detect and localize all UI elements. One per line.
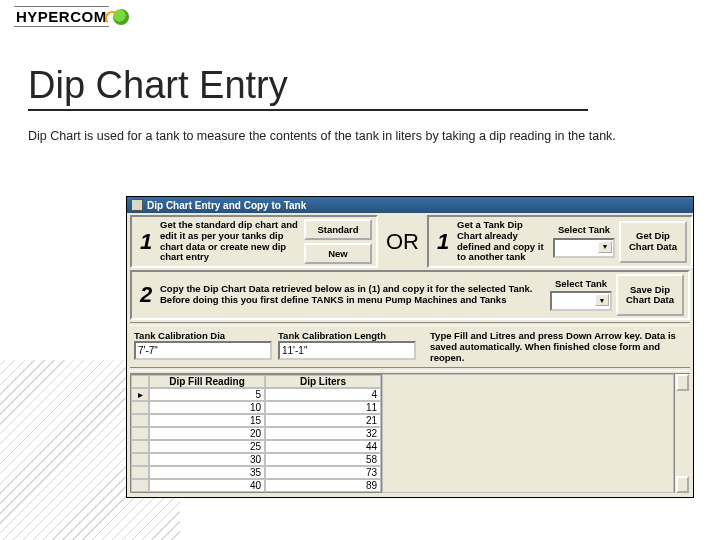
grid-cell[interactable]: 32: [265, 427, 381, 440]
save-dip-chart-button[interactable]: Save Dip Chart Data: [616, 274, 684, 316]
calib-dia-label: Tank Calibration Dia: [134, 330, 272, 341]
row-selector[interactable]: [131, 479, 149, 492]
get-dip-chart-button[interactable]: Get Dip Chart Data: [619, 221, 687, 263]
step-1a-panel: 1 Get the standard dip chart and edit it…: [130, 215, 378, 268]
step-1b-tank-select[interactable]: [553, 238, 615, 258]
grid-empty-area: [382, 374, 674, 493]
grid-cell[interactable]: 5: [149, 388, 265, 401]
or-label: OR: [382, 229, 423, 255]
new-button[interactable]: New: [304, 243, 372, 264]
grid-cell[interactable]: 11: [265, 401, 381, 414]
calib-dia-input[interactable]: 7'-7": [134, 341, 272, 360]
step-2-tank-select[interactable]: [550, 291, 612, 311]
step-1b-panel: 1 Get a Tank Dip Chart already defined a…: [427, 215, 693, 268]
window-icon: [131, 199, 143, 211]
row-selector[interactable]: ▸: [131, 388, 149, 401]
grid-cell[interactable]: 73: [265, 466, 381, 479]
grid-col-liters: Dip Liters: [265, 375, 381, 388]
grid-cell[interactable]: 35: [149, 466, 265, 479]
grid-cell[interactable]: 20: [149, 427, 265, 440]
grid-cell[interactable]: 58: [265, 453, 381, 466]
step-2-select-label: Select Tank: [555, 279, 607, 290]
grid-col-fill: Dip Fill Reading: [149, 375, 265, 388]
grid-cell[interactable]: 30: [149, 453, 265, 466]
dip-chart-window: Dip Chart Entry and Copy to Tank 1 Get t…: [126, 196, 694, 498]
step-1a-text: Get the standard dip chart and edit it a…: [160, 220, 300, 264]
grid-cell[interactable]: 44: [265, 440, 381, 453]
logo-icon: [113, 9, 129, 25]
step-2-panel: 2 Copy the Dip Chart Data retrieved belo…: [130, 270, 690, 320]
step-2-text: Copy the Dip Chart Data retrieved below …: [160, 284, 546, 306]
calib-note: Type Fill and Litres and press Down Arro…: [422, 330, 686, 363]
logo-text: HYPERCOM: [14, 6, 109, 27]
step-1a-number: 1: [136, 229, 156, 255]
logo: HYPERCOM: [14, 6, 129, 27]
step-1b-number: 1: [433, 229, 453, 255]
separator: [130, 367, 690, 371]
grid-scrollbar[interactable]: [674, 374, 690, 493]
page-subtitle: Dip Chart is used for a tank to measure …: [28, 129, 692, 143]
calib-len-label: Tank Calibration Length: [278, 330, 416, 341]
row-selector[interactable]: [131, 401, 149, 414]
grid-cell[interactable]: 21: [265, 414, 381, 427]
calib-len-input[interactable]: 11'-1": [278, 341, 416, 360]
grid-cell[interactable]: 25: [149, 440, 265, 453]
standard-button[interactable]: Standard: [304, 219, 372, 240]
grid-corner: [131, 375, 149, 388]
grid-cell[interactable]: 4: [265, 388, 381, 401]
grid-cell[interactable]: 15: [149, 414, 265, 427]
grid-cell[interactable]: 40: [149, 479, 265, 492]
row-selector[interactable]: [131, 453, 149, 466]
row-selector[interactable]: [131, 427, 149, 440]
page-title: Dip Chart Entry: [28, 64, 588, 111]
step-1b-text: Get a Tank Dip Chart already defined and…: [457, 220, 549, 264]
grid-cell[interactable]: 10: [149, 401, 265, 414]
dip-chart-grid: Dip Fill Reading Dip Liters ▸54 1011 152…: [130, 373, 690, 493]
calibration-row: Tank Calibration Dia 7'-7" Tank Calibrat…: [130, 328, 690, 365]
step-1b-select-label: Select Tank: [558, 225, 610, 236]
row-selector[interactable]: [131, 414, 149, 427]
row-selector[interactable]: [131, 466, 149, 479]
separator: [130, 322, 690, 326]
window-title: Dip Chart Entry and Copy to Tank: [147, 200, 306, 211]
row-selector[interactable]: [131, 440, 149, 453]
grid-cell[interactable]: 89: [265, 479, 381, 492]
step-2-number: 2: [136, 282, 156, 308]
window-titlebar[interactable]: Dip Chart Entry and Copy to Tank: [127, 197, 693, 213]
